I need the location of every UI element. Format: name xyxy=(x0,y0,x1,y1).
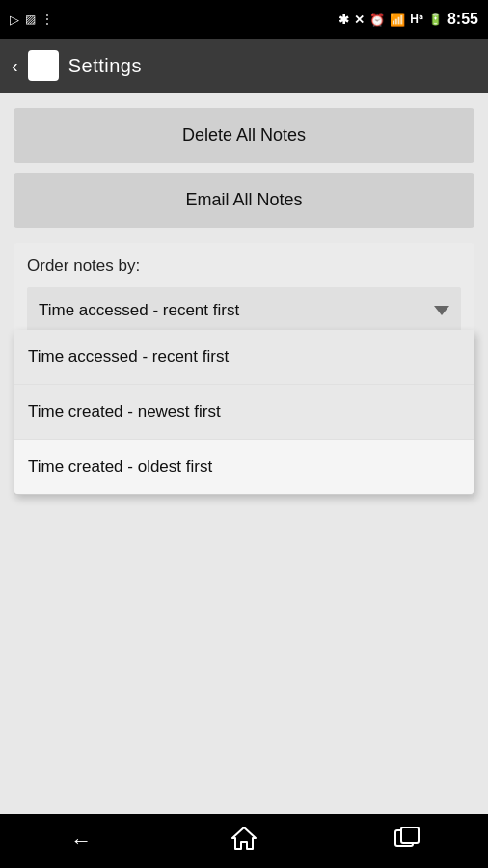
order-notes-section: Order notes by: Time accessed - recent f… xyxy=(14,237,474,334)
dropdown-item-time-created-newest[interactable]: Time created - newest first xyxy=(14,385,474,440)
bars-icon: ⋮ xyxy=(41,13,53,26)
app-bar: ‹ Settings xyxy=(0,39,488,93)
back-nav-button[interactable]: ← xyxy=(0,814,163,868)
order-selected-value: Time accessed - recent first xyxy=(39,301,239,320)
svg-marker-0 xyxy=(232,827,256,849)
main-content: Delete All Notes Email All Notes Order n… xyxy=(0,93,488,349)
status-bar-right-icons: ✱ ✕ ⏰ 📶 Hᵃ 🔋 8:55 xyxy=(339,11,478,28)
play-icon: ▷ xyxy=(10,13,19,27)
signal-icon: Hᵃ xyxy=(410,13,423,26)
order-notes-label: Order notes by: xyxy=(27,257,461,276)
status-time: 8:55 xyxy=(447,11,478,28)
order-dropdown: Time accessed - recent first Time create… xyxy=(14,330,474,495)
app-bar-title: Settings xyxy=(68,55,142,77)
mute-icon: ✕ xyxy=(354,13,365,27)
home-nav-button[interactable] xyxy=(163,814,326,868)
chevron-down-icon xyxy=(434,306,449,315)
dropdown-item-time-accessed-recent[interactable]: Time accessed - recent first xyxy=(14,330,474,385)
svg-rect-2 xyxy=(401,827,419,843)
recents-nav-icon xyxy=(394,827,420,855)
back-nav-icon: ← xyxy=(70,828,92,854)
status-bar-left-icons: ▷ ▨ ⋮ xyxy=(10,13,53,27)
order-section-container: Order notes by: Time accessed - recent f… xyxy=(14,243,474,334)
back-button[interactable]: ‹ xyxy=(12,55,18,77)
bluetooth-icon: ✱ xyxy=(339,13,349,27)
status-bar: ▷ ▨ ⋮ ✱ ✕ ⏰ 📶 Hᵃ 🔋 8:55 xyxy=(0,0,488,39)
image-icon: ▨ xyxy=(25,13,36,26)
delete-all-notes-button[interactable]: Delete All Notes xyxy=(14,108,474,163)
wifi-icon: 📶 xyxy=(390,13,405,27)
bottom-nav: ← xyxy=(0,814,488,868)
battery-icon: 🔋 xyxy=(428,13,443,26)
recents-nav-button[interactable] xyxy=(325,814,488,868)
app-icon xyxy=(28,50,59,81)
alarm-icon: ⏰ xyxy=(369,13,385,27)
home-nav-icon xyxy=(230,826,258,856)
dropdown-item-time-created-oldest[interactable]: Time created - oldest first xyxy=(14,440,474,494)
order-select-trigger[interactable]: Time accessed - recent first xyxy=(27,287,461,334)
email-all-notes-button[interactable]: Email All Notes xyxy=(14,173,474,228)
